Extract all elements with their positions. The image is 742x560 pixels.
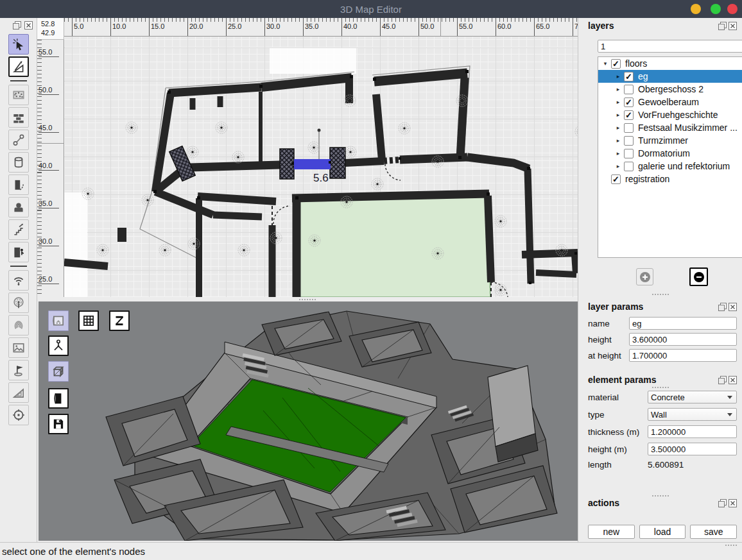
float-panel-icon[interactable] — [718, 303, 727, 311]
layer-visibility-checkbox[interactable]: ✓ — [624, 110, 634, 120]
target-tool-button[interactable] — [8, 405, 29, 425]
tree-arrow-icon[interactable]: ▸ — [615, 112, 621, 118]
furniture-tool-icon — [12, 200, 26, 214]
ruler-tick — [149, 18, 150, 37]
tree-arrow-icon[interactable]: ▸ — [615, 137, 621, 144]
ruler-tick — [264, 18, 265, 37]
layer-visibility-checkbox[interactable] — [624, 149, 634, 158]
toolbar-separator — [10, 80, 27, 81]
window-button-green[interactable] — [711, 4, 721, 14]
wall-tool-button[interactable] — [8, 107, 29, 128]
close-panel-icon[interactable] — [729, 499, 737, 507]
close-panel-icon[interactable] — [729, 376, 737, 384]
door-view-button[interactable] — [48, 388, 69, 409]
at-height-input[interactable] — [629, 349, 737, 362]
float-panel-icon[interactable] — [718, 499, 727, 507]
add-layer-button[interactable] — [636, 268, 653, 285]
tree-arrow-icon[interactable]: ▸ — [615, 99, 621, 105]
float-panel-icon[interactable] — [13, 21, 21, 30]
beacon-tool-button[interactable] — [8, 293, 29, 313]
layer-row-eg[interactable]: ▸✓eg — [598, 70, 742, 83]
element-height-input[interactable] — [648, 443, 737, 455]
layer-row-obergeschoss-2[interactable]: ▸Obergeschoss 2 — [598, 83, 742, 96]
image-tool-button[interactable] — [8, 337, 29, 358]
layer-row-vorfruehgeschichte[interactable]: ▸✓VorFruehgeschichte — [598, 108, 742, 121]
view-splitter[interactable] — [37, 297, 578, 301]
length-label: length — [588, 460, 648, 470]
close-panel-icon[interactable] — [24, 21, 33, 30]
grid-view-button[interactable] — [78, 310, 99, 331]
layer-row-turmzimmer[interactable]: ▸Turmzimmer — [598, 134, 742, 147]
tree-arrow-icon[interactable]: ▸ — [615, 163, 621, 169]
layer-visibility-checkbox[interactable] — [624, 123, 634, 133]
layer-row-dormatorium[interactable]: ▸Dormatorium — [598, 147, 742, 160]
layer-visibility-checkbox[interactable] — [624, 162, 634, 171]
ruler-tick — [110, 18, 111, 37]
ruler-label-x: 40.0 — [343, 22, 357, 30]
close-panel-icon[interactable] — [729, 303, 737, 311]
actions-panel: actions newloadsave — [588, 498, 737, 539]
flag-tool-button[interactable] — [8, 360, 29, 380]
minus-icon — [693, 271, 705, 283]
stairs-tool-button[interactable] — [8, 219, 29, 240]
texture-tool-button[interactable] — [8, 85, 29, 105]
blueprint-view-button[interactable] — [48, 310, 69, 331]
layer-row-gewoelberaum[interactable]: ▸✓Gewoelberaum — [598, 96, 742, 108]
fingerprint-tool-button[interactable] — [8, 315, 29, 335]
cube-view-button[interactable] — [48, 361, 69, 382]
layer-visibility-checkbox[interactable] — [624, 85, 634, 94]
layer-visibility-checkbox[interactable] — [624, 136, 634, 146]
tree-arrow-icon[interactable]: ▸ — [615, 73, 621, 80]
thickness-input[interactable] — [648, 425, 737, 438]
tree-arrow-icon[interactable]: ▸ — [615, 86, 621, 92]
tree-arrow-icon[interactable]: ▸ — [615, 150, 621, 157]
tree-arrow-icon[interactable]: ▾ — [602, 60, 608, 67]
tree-arrow-icon[interactable]: ▸ — [615, 124, 621, 131]
ruler-label-y: 45.0 — [39, 124, 59, 133]
material-select[interactable]: Concrete — [648, 391, 737, 403]
layer-row-registration[interactable]: ✓registration — [598, 173, 742, 185]
close-panel-icon[interactable] — [729, 22, 737, 30]
remove-layer-button[interactable] — [689, 267, 708, 286]
zpattern-view-button[interactable] — [109, 310, 130, 331]
window-button-yellow[interactable] — [691, 4, 701, 14]
cylinder-tool-icon — [12, 155, 26, 169]
save-button[interactable]: save — [690, 525, 737, 539]
layer-label: eg — [638, 71, 648, 81]
layer-visibility-checkbox[interactable]: ✓ — [624, 72, 634, 81]
layer-row-festsaal-musikzimmer[interactable]: ▸Festsaal Musikzimmer ... — [598, 121, 742, 134]
wifi-tool-button[interactable] — [8, 270, 29, 291]
type-select[interactable]: Wall — [648, 408, 737, 421]
new-button[interactable]: new — [588, 525, 635, 539]
layer-index-input[interactable] — [598, 40, 742, 53]
setsquare-tool-button[interactable] — [8, 382, 29, 403]
selected-wall[interactable] — [294, 159, 331, 169]
height-input[interactable] — [629, 333, 737, 346]
layer-visibility-checkbox[interactable]: ✓ — [624, 98, 634, 107]
float-panel-icon[interactable] — [718, 376, 727, 384]
floorplan-canvas[interactable]: 5.6 — [64, 37, 578, 297]
layer-row-galerie-und-refektorium[interactable]: ▸galerie und refektorium — [598, 160, 742, 173]
window-button-red[interactable] — [727, 4, 738, 14]
measure-tool-button[interactable] — [8, 56, 29, 77]
layer-visibility-checkbox[interactable]: ✓ — [611, 174, 621, 184]
float-panel-icon[interactable] — [718, 22, 727, 30]
name-input[interactable] — [629, 317, 737, 330]
exit-tool-button[interactable] — [8, 242, 29, 262]
layer-visibility-checkbox[interactable]: ✓ — [611, 59, 621, 69]
door-tool-button[interactable] — [8, 174, 29, 195]
select-tool-button[interactable] — [8, 34, 29, 55]
target-tool-icon — [12, 408, 26, 422]
save-view-button[interactable] — [48, 414, 69, 434]
cylinder-tool-button[interactable] — [8, 152, 29, 173]
element-params-title: element params — [588, 375, 716, 385]
furniture-tool-button[interactable] — [8, 197, 29, 217]
gizmo-view-button[interactable] — [48, 335, 69, 356]
layer-row-floors[interactable]: ▾✓floors — [598, 57, 742, 70]
door-tool-icon — [12, 178, 26, 192]
edge-tool-button[interactable] — [8, 130, 29, 150]
load-button[interactable]: load — [639, 525, 686, 539]
model-3d-view[interactable] — [39, 301, 578, 541]
image-tool-icon — [12, 341, 26, 355]
name-label: name — [588, 319, 629, 328]
